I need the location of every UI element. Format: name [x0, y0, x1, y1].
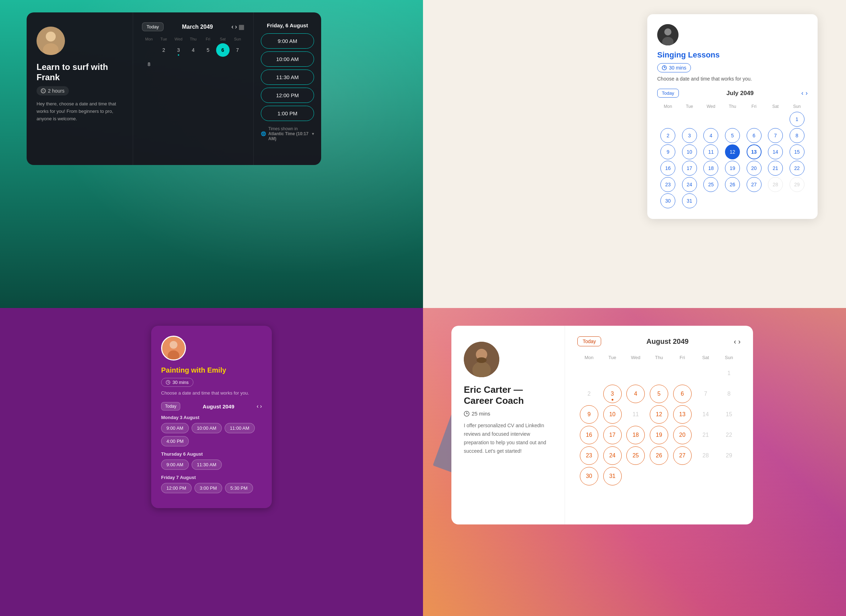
calendar-day-5[interactable]: 5	[725, 128, 740, 143]
calendar-day-3[interactable]: 3	[603, 385, 622, 403]
prev-month-button[interactable]: ‹	[801, 89, 803, 97]
calendar-day-29: 29	[720, 446, 738, 465]
slot-3pm[interactable]: 3:00 PM	[194, 483, 222, 493]
next-month-button[interactable]: ›	[235, 23, 237, 31]
calendar-day-24[interactable]: 24	[603, 446, 622, 465]
calendar-day-31[interactable]: 31	[603, 467, 622, 485]
calendar-day-1[interactable]: 1	[790, 112, 805, 127]
calendar-day-15[interactable]: 15	[790, 144, 805, 159]
calendar-day-2[interactable]: 2	[660, 128, 675, 143]
calendar-day-3[interactable]: 3	[172, 43, 185, 57]
calendar-day-25[interactable]: 25	[626, 446, 645, 465]
calendar-day-13[interactable]: 13	[673, 405, 692, 424]
calendar-day-26[interactable]: 26	[650, 446, 668, 465]
calendar-day-7[interactable]: 7	[768, 128, 783, 143]
calendar-day-30[interactable]: 30	[660, 194, 675, 208]
calendar-day-8[interactable]: 8	[142, 57, 156, 71]
calendar-day-31[interactable]: 31	[682, 194, 697, 208]
calendar-day-8[interactable]: 8	[790, 128, 805, 143]
calendar-day-10[interactable]: 10	[682, 144, 697, 159]
calendar-day-4[interactable]: 4	[626, 385, 645, 403]
duration-badge: 2 hours	[37, 86, 69, 95]
calendar-day-19[interactable]: 19	[725, 161, 740, 176]
calendar-day-24[interactable]: 24	[682, 177, 697, 192]
nav-buttons: ‹ › ▦	[231, 23, 244, 31]
calendar-day-6[interactable]: 6	[673, 385, 692, 403]
calendar-day-14: 14	[696, 405, 715, 424]
calendar-day[interactable]: 2	[157, 43, 170, 57]
calendar-day-25[interactable]: 25	[704, 177, 718, 192]
calendar-day-19[interactable]: 19	[650, 426, 668, 444]
calendar-day-empty	[626, 364, 645, 383]
calendar-day-5[interactable]: 5	[201, 43, 215, 57]
timeslot-10am[interactable]: 10:00 AM	[261, 51, 314, 67]
calendar-day-30[interactable]: 30	[580, 467, 598, 485]
calendar-day-13[interactable]: 13	[747, 144, 762, 159]
calendar-day-20[interactable]: 20	[747, 161, 762, 176]
calendar-day-6-selected[interactable]: 6	[216, 43, 230, 57]
next-month-button[interactable]: ›	[806, 89, 808, 97]
day-header-mon: Mon	[577, 352, 601, 363]
calendar-day-16[interactable]: 16	[660, 161, 675, 176]
slot-11am[interactable]: 11:00 AM	[225, 423, 255, 433]
calendar-day-16[interactable]: 16	[580, 426, 598, 444]
clock-icon	[41, 88, 46, 93]
slot-530pm[interactable]: 5:30 PM	[225, 483, 253, 493]
next-month-button[interactable]: ›	[738, 337, 740, 346]
calendar-day-7[interactable]: 7	[231, 43, 244, 57]
calendar-day-20[interactable]: 20	[673, 426, 692, 444]
slot-9am[interactable]: 9:00 AM	[161, 423, 189, 433]
slot-1130am[interactable]: 11:30 AM	[192, 459, 222, 470]
slot-9am[interactable]: 9:00 AM	[161, 459, 189, 470]
calendar-day-empty	[720, 467, 738, 485]
timeslot-12pm[interactable]: 12:00 PM	[261, 88, 314, 103]
calendar-day-23[interactable]: 23	[660, 177, 675, 192]
calendar-day-9[interactable]: 9	[660, 144, 675, 159]
today-button[interactable]: Today	[161, 402, 180, 411]
prev-month-button[interactable]: ‹	[734, 337, 736, 346]
slot-10am[interactable]: 10:00 AM	[192, 423, 222, 433]
calendar-day-empty	[673, 364, 692, 383]
date-group-thursday: Thursday 6 August 9:00 AM 11:30 AM	[161, 451, 262, 470]
calendar-day-empty	[650, 467, 668, 485]
calendar-icon: ▦	[238, 23, 244, 31]
calendar-day-22[interactable]: 22	[790, 161, 805, 176]
timeslot-1pm[interactable]: 1:00 PM	[261, 106, 314, 121]
prev-month-button[interactable]: ‹	[257, 403, 258, 409]
calendar-day-14[interactable]: 14	[768, 144, 783, 159]
today-button[interactable]: Today	[577, 336, 601, 346]
timeslot-9am[interactable]: 9:00 AM	[261, 33, 314, 48]
timeslot-1130am[interactable]: 11:30 AM	[261, 70, 314, 85]
calendar-day-17[interactable]: 17	[682, 161, 697, 176]
calendar-day-18[interactable]: 18	[704, 161, 718, 176]
calendar-day-15: 15	[720, 405, 738, 424]
calendar-day-26[interactable]: 26	[725, 177, 740, 192]
calendar-day-27[interactable]: 27	[747, 177, 762, 192]
calendar-day-4[interactable]: 4	[704, 128, 718, 143]
calendar-day-17[interactable]: 17	[603, 426, 622, 444]
calendar-day-9[interactable]: 9	[580, 405, 598, 424]
calendar-day-12-today[interactable]: 12	[725, 144, 740, 159]
calendar-day-11[interactable]: 11	[704, 144, 718, 159]
calendar-day-3[interactable]: 3	[682, 128, 697, 143]
day-header-sat: Sat	[765, 102, 786, 111]
calendar-day-21[interactable]: 21	[768, 161, 783, 176]
calendar-day-5[interactable]: 5	[650, 385, 668, 403]
next-month-button[interactable]: ›	[260, 403, 262, 409]
prev-month-button[interactable]: ‹	[231, 23, 234, 31]
calendar-day-10[interactable]: 10	[603, 405, 622, 424]
calendar-day-18[interactable]: 18	[626, 426, 645, 444]
calendar-day-12[interactable]: 12	[650, 405, 668, 424]
svg-point-1	[46, 32, 56, 41]
slot-12pm[interactable]: 12:00 PM	[161, 483, 192, 493]
chevron-down-icon: ▾	[312, 131, 314, 136]
calendar-day-4[interactable]: 4	[186, 43, 200, 57]
today-button[interactable]: Today	[142, 22, 164, 31]
timezone-footer: 🌐 Times shown in Atlantic Time (10:17 AM…	[261, 126, 314, 141]
calendar-day-6[interactable]: 6	[747, 128, 762, 143]
calendar-header: Today August 2049 ‹ ›	[577, 336, 740, 346]
calendar-day-23[interactable]: 23	[580, 446, 598, 465]
slot-4pm[interactable]: 4:00 PM	[161, 436, 189, 446]
calendar-day-27[interactable]: 27	[673, 446, 692, 465]
today-button[interactable]: Today	[657, 89, 679, 98]
